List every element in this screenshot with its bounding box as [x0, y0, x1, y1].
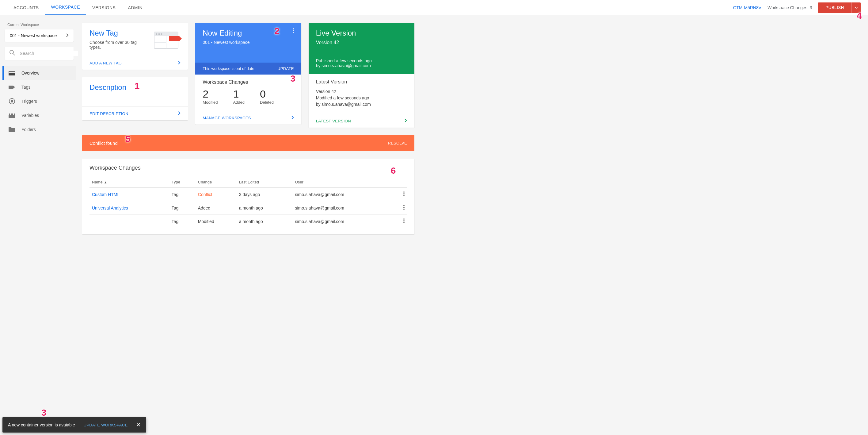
sidebar-label-tags: Tags [22, 85, 31, 90]
tag-icon [8, 84, 15, 90]
live-version-sub: Version 42 [316, 40, 407, 46]
workspace-changes-table-card: Workspace Changes 6 Name▲ Type Change La… [82, 158, 414, 234]
new-tag-illustration [154, 30, 182, 50]
changes-stats: 2 Modified 1 Added 0 Deleted [203, 88, 293, 105]
tab-admin[interactable]: ADMIN [122, 0, 149, 15]
col-user[interactable]: User [292, 177, 398, 188]
current-workspace-label: Current Workspace [2, 20, 76, 29]
stat-deleted-num: 0 [260, 88, 274, 100]
edit-description-button[interactable]: EDIT DESCRIPTION [82, 107, 188, 120]
svg-point-28 [403, 219, 405, 220]
table-row: Custom HTMLTagConflict3 days agosimo.s.a… [90, 188, 407, 201]
row-user: simo.s.ahava@gmail.com [292, 188, 398, 201]
sidebar: Current Workspace 001 - Newest workspace… [0, 15, 79, 265]
svg-point-23 [403, 193, 405, 195]
svg-rect-10 [12, 114, 13, 115]
latest-version-heading: Latest Version [316, 79, 407, 85]
out-of-date-msg: This workspace is out of date. [203, 66, 255, 71]
svg-point-21 [293, 32, 294, 33]
sidebar-item-folders[interactable]: Folders [2, 122, 76, 137]
publish-dropdown[interactable] [851, 2, 861, 13]
resolve-button[interactable]: RESOLVE [388, 141, 407, 145]
live-version-title: Live Version [316, 29, 407, 37]
add-new-tag-label: ADD A NEW TAG [90, 61, 122, 65]
svg-rect-11 [14, 114, 15, 115]
topnav: ACCOUNTS WORKSPACE VERSIONS ADMIN [7, 0, 149, 15]
more-vert-icon [403, 205, 405, 210]
svg-point-22 [403, 192, 405, 193]
search-input[interactable] [20, 51, 78, 56]
row-more-button[interactable] [398, 201, 407, 215]
svg-rect-8 [9, 114, 10, 115]
now-editing-sub: 001 - Newest workspace [203, 40, 293, 45]
row-change: Modified [195, 215, 237, 228]
update-link[interactable]: UPDATE [277, 66, 294, 71]
latest-version-label: LATEST VERSION [316, 119, 351, 123]
sidebar-item-tags[interactable]: Tags [2, 80, 76, 94]
add-new-tag-button[interactable]: ADD A NEW TAG [82, 56, 188, 70]
chevron-right-icon [178, 60, 181, 65]
live-pub2: by simo.s.ahava@gmail.com [316, 63, 407, 68]
workspace-changes-count: Workspace Changes: 3 [768, 5, 812, 10]
svg-point-19 [293, 28, 294, 29]
card-description: Description 1 EDIT DESCRIPTION [82, 77, 188, 120]
chevron-right-icon [178, 111, 181, 116]
conflict-banner: Conflict found RESOLVE 5 [82, 135, 414, 151]
tab-workspace[interactable]: WORKSPACE [45, 0, 86, 15]
svg-point-26 [403, 207, 405, 208]
sidebar-label-overview: Overview [22, 70, 39, 76]
svg-rect-7 [8, 115, 15, 118]
tab-versions[interactable]: VERSIONS [86, 0, 122, 15]
main-content: New Tag Choose from over 30 tag types. [79, 15, 422, 265]
chevron-right-icon [405, 118, 407, 123]
latest-version-button[interactable]: LATEST VERSION [309, 114, 414, 127]
svg-point-24 [403, 195, 405, 196]
row-type: Tag [169, 201, 195, 215]
col-name[interactable]: Name▲ [90, 177, 169, 188]
svg-point-29 [403, 220, 405, 222]
publish-group: PUBLISH 4 [818, 2, 861, 13]
stat-deleted-label: Deleted [260, 100, 274, 105]
search-box[interactable] [5, 47, 73, 60]
manage-workspaces-button[interactable]: MANAGE WORKSPACES [195, 111, 301, 124]
annotation-5: 5 [122, 133, 134, 145]
stat-modified: 2 Modified [203, 88, 218, 105]
stat-modified-num: 2 [203, 88, 218, 100]
card-new-tag: New Tag Choose from over 30 tag types. [82, 23, 188, 70]
sidebar-label-triggers: Triggers [22, 99, 37, 104]
triggers-icon [8, 98, 15, 104]
col-type[interactable]: Type [169, 177, 195, 188]
folder-icon [8, 127, 15, 132]
svg-point-16 [161, 33, 162, 35]
sidebar-nav: Overview Tags Triggers Variables [2, 66, 76, 137]
tab-accounts[interactable]: ACCOUNTS [7, 0, 45, 15]
container-id-link[interactable]: GTM-M5RN8V [733, 5, 762, 10]
sidebar-item-variables[interactable]: Variables [2, 108, 76, 122]
row-more-button[interactable] [398, 188, 407, 201]
latest-v3: by simo.s.ahava@gmail.com [316, 101, 407, 108]
more-vert-icon [403, 219, 405, 223]
live-pub1: Published a few seconds ago [316, 58, 407, 63]
row-name[interactable]: Custom HTML [90, 188, 169, 201]
sidebar-item-overview[interactable]: Overview [2, 66, 76, 80]
svg-point-15 [158, 33, 160, 35]
stat-modified-label: Modified [203, 100, 218, 105]
sidebar-item-triggers[interactable]: Triggers [2, 94, 76, 108]
row-name[interactable] [90, 215, 169, 228]
row-more-button[interactable] [398, 215, 407, 228]
row-name[interactable]: Universal Analytics [90, 201, 169, 215]
col-last-edited[interactable]: Last Edited [237, 177, 293, 188]
table-row: TagModifieda month agosimo.s.ahava@gmail… [90, 215, 407, 228]
more-vert-icon [403, 192, 405, 196]
row-change: Added [195, 201, 237, 215]
svg-point-30 [403, 222, 405, 223]
col-change[interactable]: Change [195, 177, 237, 188]
stat-added-label: Added [233, 100, 245, 105]
publish-button[interactable]: PUBLISH [818, 2, 851, 13]
more-vert-icon[interactable] [290, 27, 297, 34]
row-user: simo.s.ahava@gmail.com [292, 215, 398, 228]
workspace-selector[interactable]: 001 - Newest workspace [5, 29, 73, 42]
card-live-version: Live Version Version 42 Published a few … [309, 23, 414, 127]
out-of-date-strip: This workspace is out of date. UPDATE [195, 63, 301, 75]
chevron-down-icon [855, 7, 858, 8]
